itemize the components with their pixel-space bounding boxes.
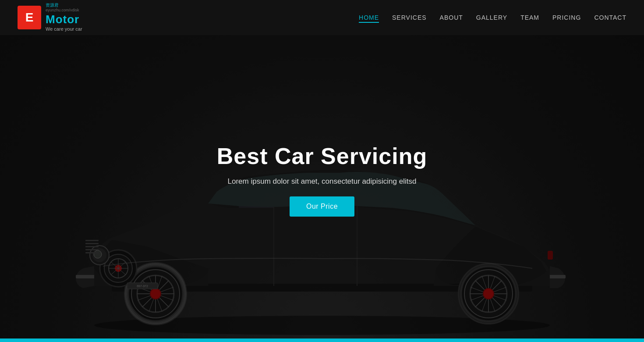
nav-item-team[interactable]: TEAM (520, 14, 539, 21)
nav-menu: HOME SERVICES ABOUT GALLERY TEAM PRICING… (359, 14, 626, 21)
logo[interactable]: E 资源君 eyunzhu.com/vdisk Motor We care yo… (18, 3, 82, 32)
logo-text: 资源君 eyunzhu.com/vdisk Motor We care your… (46, 3, 82, 32)
nav-item-contact[interactable]: CONTACT (594, 14, 626, 21)
hero-subtitle: Lorem ipsum dolor sit amet, consectetur … (228, 177, 417, 186)
nav-item-gallery[interactable]: GALLERY (476, 14, 507, 21)
nav-item-pricing[interactable]: PRICING (552, 14, 581, 21)
nav-link-gallery[interactable]: GALLERY (476, 14, 507, 21)
logo-motor-text: Motor (46, 13, 79, 26)
nav-link-contact[interactable]: CONTACT (594, 14, 626, 21)
nav-link-services[interactable]: SERVICES (392, 14, 427, 21)
logo-tagline: We care your car (46, 26, 82, 32)
nav-item-home[interactable]: HOME (359, 14, 379, 21)
nav-link-pricing[interactable]: PRICING (552, 14, 581, 21)
bottom-cyan-bar (0, 338, 644, 342)
navbar: E 资源君 eyunzhu.com/vdisk Motor We care yo… (0, 0, 644, 35)
nav-link-about[interactable]: ABOUT (440, 14, 463, 21)
hero-section: 697-972 Best Car Servicing Lorem ipsum d… (0, 0, 644, 342)
nav-item-about[interactable]: ABOUT (440, 14, 463, 21)
logo-brand: Motor (46, 13, 82, 26)
nav-item-services[interactable]: SERVICES (392, 14, 427, 21)
logo-subtitle: 资源君 (46, 3, 82, 8)
logo-url: eyunzhu.com/vdisk (46, 8, 82, 13)
logo-badge-icon: E (18, 6, 41, 29)
nav-link-home[interactable]: HOME (359, 14, 379, 23)
hero-title: Best Car Servicing (217, 143, 427, 169)
nav-link-team[interactable]: TEAM (520, 14, 539, 21)
hero-content: Best Car Servicing Lorem ipsum dolor sit… (217, 143, 427, 217)
our-price-button[interactable]: Our Price (290, 196, 354, 217)
